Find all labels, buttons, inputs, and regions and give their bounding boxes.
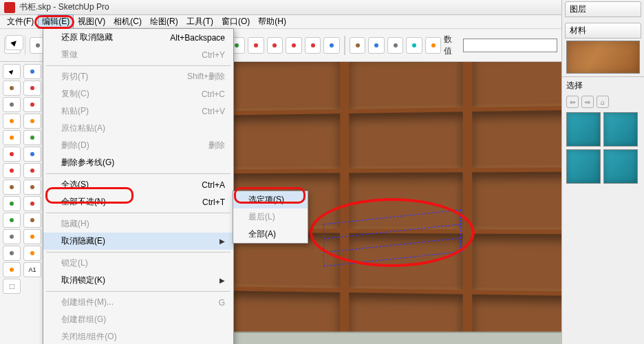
zoom-extents-icon[interactable] <box>323 37 340 54</box>
material-thumb[interactable] <box>603 149 638 184</box>
value-label: 数值 <box>444 34 460 57</box>
menu-help[interactable]: 帮助(H) <box>254 14 290 29</box>
polygon-icon[interactable] <box>23 114 41 129</box>
fwd-icon[interactable]: ⇨ <box>581 96 594 108</box>
walk-icon[interactable] <box>3 246 21 261</box>
text-icon[interactable] <box>23 180 41 195</box>
label-a2-icon[interactable]: ⬚ <box>3 279 21 294</box>
menu-make-component[interactable]: 创建组件(M)...G <box>43 294 233 311</box>
material-thumb[interactable] <box>603 112 638 147</box>
house-icon[interactable] <box>350 37 366 54</box>
menu-delete-guides[interactable]: 删除参考线(G) <box>43 154 233 171</box>
material-thumb[interactable] <box>566 149 601 184</box>
submenu-arrow-icon: ▶ <box>219 277 225 284</box>
move-icon[interactable] <box>23 196 41 211</box>
export-icon[interactable] <box>406 37 422 54</box>
layers-tab[interactable]: 图层 <box>565 1 641 17</box>
menu-paste-in-place[interactable]: 原位粘贴(A) <box>43 120 233 137</box>
zoom-window-icon[interactable] <box>305 37 321 54</box>
gear-icon[interactable] <box>387 37 404 54</box>
titlebar: 书柜.skp - SketchUp Pro <box>0 0 644 15</box>
followme-icon[interactable] <box>23 147 41 162</box>
look-icon[interactable] <box>3 262 21 277</box>
menu-separator <box>46 213 230 213</box>
paint-icon[interactable] <box>3 213 21 228</box>
annotation-rect-selected <box>234 187 305 204</box>
submenu-last[interactable]: 最后(L) <box>233 208 308 226</box>
annotation-rect-edit-menu <box>34 15 74 29</box>
label-a1-icon[interactable]: A1 <box>23 262 41 277</box>
menu-unlock[interactable]: 取消锁定(K)▶ <box>43 272 233 289</box>
tape-icon[interactable] <box>23 246 41 261</box>
pushpull-icon[interactable] <box>3 114 21 129</box>
submenu-arrow-icon: ▶ <box>219 237 225 245</box>
material-preview[interactable] <box>566 41 640 74</box>
material-thumbnails <box>562 109 644 186</box>
menu-close-group[interactable]: 关闭组/组件(O) <box>43 328 233 344</box>
menu-camera[interactable]: 相机(C) <box>109 14 146 29</box>
scale-icon[interactable] <box>23 163 41 178</box>
select-tool[interactable] <box>3 64 21 79</box>
protractor-icon[interactable] <box>23 229 41 244</box>
person-icon[interactable] <box>425 37 442 54</box>
eraser-icon[interactable] <box>23 64 41 79</box>
line-icon[interactable] <box>23 80 41 96</box>
material-thumb[interactable] <box>566 112 601 147</box>
right-panel: 图层 材料 选择 ⇦ ⇨ ⌂ <box>561 0 644 344</box>
rotate-icon[interactable] <box>3 163 21 178</box>
menu-hide[interactable]: 隐藏(H) <box>43 215 233 233</box>
menu-cut[interactable]: 剪切(T)Shift+删除 <box>43 68 233 85</box>
edit-dropdown: 还原 取消隐藏Alt+Backspace 重做Ctrl+Y 剪切(T)Shift… <box>43 28 234 344</box>
menu-draw[interactable]: 绘图(R) <box>146 14 182 29</box>
annotation-oval <box>310 198 475 267</box>
menu-tools[interactable]: 工具(T) <box>182 14 217 29</box>
circle-icon[interactable] <box>3 97 21 112</box>
window-title: 书柜.skp - SketchUp Pro <box>19 1 640 13</box>
menu-separator <box>46 173 230 174</box>
annotation-rect-unhide <box>45 187 133 204</box>
offset-icon[interactable] <box>3 130 21 145</box>
menu-separator <box>46 291 230 292</box>
select-mode-icons: ⇦ ⇨ ⌂ <box>562 94 644 109</box>
dim-icon[interactable] <box>23 213 41 228</box>
zoom-icon[interactable] <box>286 37 302 54</box>
move-icon[interactable] <box>3 147 21 162</box>
rect-icon[interactable] <box>3 80 21 96</box>
menubar: 文件(F) 编辑(E) 视图(V) 相机(C) 绘图(R) 工具(T) 窗口(O… <box>0 15 644 29</box>
menu-window[interactable]: 窗口(O) <box>217 14 254 29</box>
axes-icon[interactable] <box>3 196 21 211</box>
menu-lock[interactable]: 锁定(L) <box>43 255 233 272</box>
zoom-icon[interactable] <box>267 37 283 54</box>
home-icon[interactable]: ⌂ <box>597 96 609 108</box>
section-icon[interactable] <box>3 229 21 244</box>
value-input[interactable] <box>463 39 557 52</box>
toolbar-separator <box>344 36 345 55</box>
left-toolbar-column: A1 ⬚ <box>0 62 48 344</box>
back-icon[interactable]: ⇦ <box>566 96 579 108</box>
draw-palette: A1 ⬚ <box>0 62 47 296</box>
menu-undo[interactable]: 还原 取消隐藏Alt+Backspace <box>43 29 233 46</box>
submenu-all[interactable]: 全部(A) <box>233 226 308 243</box>
menu-separator <box>46 252 230 252</box>
component-icon[interactable] <box>368 37 385 54</box>
app-icon <box>4 2 15 13</box>
menu-separator <box>46 65 230 66</box>
menu-paste[interactable]: 粘贴(P)Ctrl+V <box>43 103 233 120</box>
select-label: 选择 <box>562 76 644 94</box>
materials-tab[interactable]: 材料 <box>565 23 641 39</box>
menu-make-group[interactable]: 创建群组(G) <box>43 311 233 328</box>
tape-icon[interactable] <box>3 180 21 195</box>
arc-icon[interactable] <box>23 97 41 112</box>
menu-view[interactable]: 视图(V) <box>74 14 109 29</box>
hand-icon[interactable] <box>248 37 264 54</box>
menu-unhide[interactable]: 取消隐藏(E)▶ <box>43 233 233 250</box>
arc2-icon[interactable] <box>23 130 41 145</box>
menu-redo[interactable]: 重做Ctrl+Y <box>43 46 233 63</box>
menu-delete[interactable]: 删除(D)删除 <box>43 137 233 154</box>
select-tool[interactable] <box>6 35 23 50</box>
menu-copy[interactable]: 复制(C)Ctrl+C <box>43 85 233 103</box>
palette-select <box>3 33 26 52</box>
menu-file[interactable]: 文件(F) <box>3 14 38 29</box>
